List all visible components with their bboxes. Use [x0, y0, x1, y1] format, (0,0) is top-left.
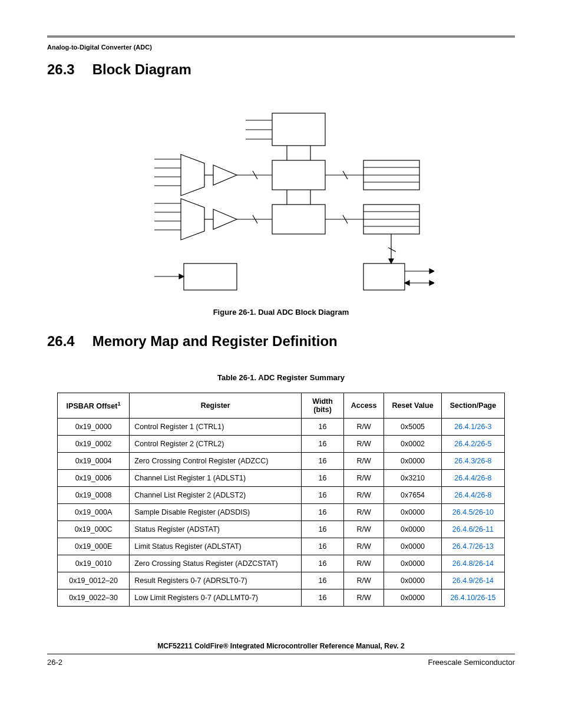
section-title: Block Diagram [92, 61, 191, 77]
footer-page-number: 26-2 [47, 658, 62, 667]
cell-access: R/W [344, 470, 384, 487]
footer-doc-title: MCF52211 ColdFire® Integrated Microcontr… [47, 642, 515, 650]
cell-access: R/W [344, 504, 384, 521]
cell-width: 16 [302, 504, 344, 521]
svg-marker-24 [181, 199, 204, 240]
register-summary-table: IPSBAR Offset1 Register Width (bits) Acc… [57, 393, 505, 607]
cell-register: Zero Crossing Control Register (ADZCC) [130, 453, 302, 470]
table-row: 0x19_0002Control Register 2 (CTRL2)16R/W… [58, 436, 505, 453]
cell-register: Control Register 2 (CTRL2) [130, 436, 302, 453]
cell-section-page[interactable]: 26.4.1/26-3 [441, 419, 504, 436]
cell-register: Limit Status Register (ADLSTAT) [130, 538, 302, 555]
table-row: 0x19_000ELimit Status Register (ADLSTAT)… [58, 538, 505, 555]
cell-section-page[interactable]: 26.4.6/26-11 [441, 521, 504, 538]
cell-width: 16 [302, 453, 344, 470]
svg-marker-50 [429, 281, 434, 285]
svg-rect-43 [363, 263, 405, 290]
cell-access: R/W [344, 419, 384, 436]
cell-register: Result Registers 0-7 (ADRSLT0-7) [130, 572, 302, 589]
svg-rect-0 [272, 113, 325, 146]
cell-offset: 0x19_000E [58, 538, 130, 555]
cell-offset: 0x19_0012–20 [58, 572, 130, 589]
table-row: 0x19_0022–30Low Limit Registers 0-7 (ADL… [58, 589, 505, 607]
block-diagram-figure [47, 101, 515, 296]
col-offset: IPSBAR Offset1 [58, 393, 130, 419]
cell-width: 16 [302, 521, 344, 538]
cell-width: 16 [302, 589, 344, 607]
cell-reset: 0x3210 [384, 470, 442, 487]
cell-reset: 0x0000 [384, 521, 442, 538]
cell-section-page[interactable]: 26.4.7/26-13 [441, 538, 504, 555]
section-heading-26-4: 26.4 Memory Map and Register Definition [47, 333, 515, 350]
cell-section-page[interactable]: 26.4.3/26-8 [441, 453, 504, 470]
cell-reset: 0x0000 [384, 572, 442, 589]
table-row: 0x19_0008Channel List Register 2 (ADLST2… [58, 487, 505, 504]
block-diagram-svg [128, 101, 434, 296]
cell-section-page[interactable]: 26.4.4/26-8 [441, 470, 504, 487]
cell-access: R/W [344, 487, 384, 504]
cell-offset: 0x19_0002 [58, 436, 130, 453]
cell-section-page[interactable]: 26.4.5/26-10 [441, 504, 504, 521]
col-width: Width (bits) [302, 393, 344, 419]
cell-width: 16 [302, 538, 344, 555]
table-row: 0x19_0004Zero Crossing Control Register … [58, 453, 505, 470]
cell-reset: 0x7654 [384, 487, 442, 504]
table-row: 0x19_000ASample Disable Register (ADSDIS… [58, 504, 505, 521]
cell-offset: 0x19_0008 [58, 487, 130, 504]
table-row: 0x19_0006Channel List Register 1 (ADLST1… [58, 470, 505, 487]
svg-rect-33 [272, 205, 325, 234]
svg-rect-15 [272, 160, 325, 190]
table-row: 0x19_0000Control Register 1 (CTRL1)16R/W… [58, 419, 505, 436]
cell-width: 16 [302, 487, 344, 504]
cell-access: R/W [344, 555, 384, 572]
cell-section-page[interactable]: 26.4.10/26-15 [441, 589, 504, 607]
svg-marker-11 [213, 165, 237, 185]
table-row: 0x19_000CStatus Register (ADSTAT)16R/W0x… [58, 521, 505, 538]
cell-offset: 0x19_000A [58, 504, 130, 521]
footer-company: Freescale Semiconductor [428, 658, 515, 667]
cell-access: R/W [344, 436, 384, 453]
cell-access: R/W [344, 572, 384, 589]
cell-register: Sample Disable Register (ADSDIS) [130, 504, 302, 521]
col-register: Register [130, 393, 302, 419]
svg-marker-42 [179, 274, 184, 279]
table-row: 0x19_0010Zero Crossing Status Register (… [58, 555, 505, 572]
col-access: Access [344, 393, 384, 419]
cell-offset: 0x19_0006 [58, 470, 130, 487]
cell-section-page[interactable]: 26.4.8/26-14 [441, 555, 504, 572]
table-row: 0x19_0012–20Result Registers 0-7 (ADRSLT… [58, 572, 505, 589]
cell-register: Channel List Register 1 (ADLST1) [130, 470, 302, 487]
cell-reset: 0x0000 [384, 538, 442, 555]
cell-section-page[interactable]: 26.4.9/26-14 [441, 572, 504, 589]
cell-access: R/W [344, 538, 384, 555]
cell-width: 16 [302, 419, 344, 436]
cell-register: Status Register (ADSTAT) [130, 521, 302, 538]
cell-width: 16 [302, 572, 344, 589]
cell-register: Channel List Register 2 (ADLST2) [130, 487, 302, 504]
cell-offset: 0x19_000C [58, 521, 130, 538]
cell-access: R/W [344, 453, 384, 470]
cell-section-page[interactable]: 26.4.4/26-8 [441, 487, 504, 504]
table-caption: Table 26-1. ADC Register Summary [47, 373, 515, 382]
top-rule [47, 35, 515, 38]
section-number: 26.4 [47, 333, 88, 350]
cell-width: 16 [302, 436, 344, 453]
cell-reset: 0x0000 [384, 504, 442, 521]
cell-reset: 0x0000 [384, 589, 442, 607]
cell-offset: 0x19_0004 [58, 453, 130, 470]
svg-marker-48 [429, 269, 434, 274]
section-heading-26-3: 26.3 Block Diagram [47, 61, 515, 78]
cell-width: 16 [302, 555, 344, 572]
figure-caption: Figure 26-1. Dual ADC Block Diagram [47, 308, 515, 317]
svg-marker-6 [181, 154, 204, 196]
cell-register: Control Register 1 (CTRL1) [130, 419, 302, 436]
svg-line-45 [388, 248, 396, 252]
cell-offset: 0x19_0022–30 [58, 589, 130, 607]
cell-reset: 0x0000 [384, 555, 442, 572]
cell-section-page[interactable]: 26.4.2/26-5 [441, 436, 504, 453]
cell-offset: 0x19_0010 [58, 555, 130, 572]
svg-marker-29 [213, 209, 237, 229]
cell-access: R/W [344, 521, 384, 538]
cell-access: R/W [344, 589, 384, 607]
svg-marker-46 [389, 259, 394, 263]
